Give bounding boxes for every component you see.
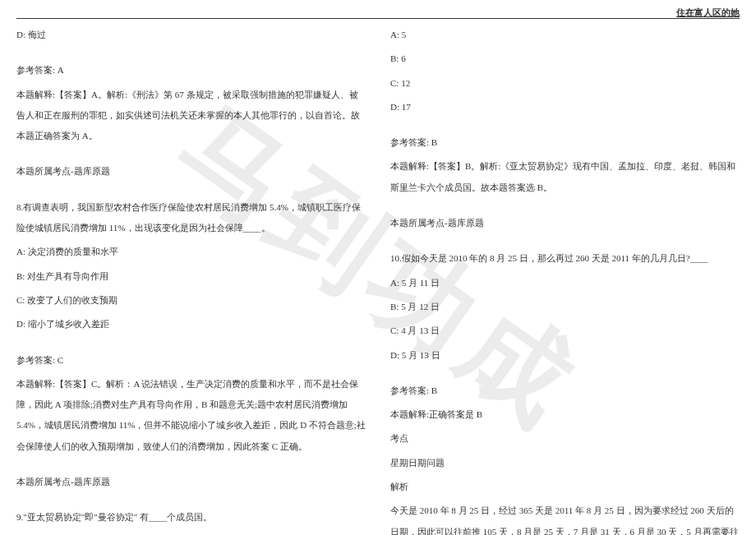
q10-explanation-line2: 考点	[390, 428, 740, 449]
q10-explanation-line5: 今天是 2010 年 8 月 25 日，经过 365 天是 2011 年 8 月…	[390, 500, 740, 535]
q9-explanation: 本题解释:【答案】B。解析:《亚太贸易协定》现有中国、孟加拉、印度、老挝、韩国和…	[390, 156, 740, 198]
q8-answer-label: 参考答案: C	[16, 350, 366, 371]
q8-option-b: B: 对生产具有导向作用	[16, 266, 366, 287]
q8-source: 本题所属考点-题库原题	[16, 472, 366, 492]
page-header-title: 住在富人区的她	[676, 7, 740, 19]
content-container: D: 侮过 参考答案: A 本题解释:【答案】A。解析:《刑法》第 67 条规定…	[16, 25, 740, 527]
q10-stem: 10.假如今天是 2010 年的 8 月 25 日，那么再过 260 天是 20…	[390, 248, 740, 269]
q8-stem: 8.有调查表明，我国新型农村合作医疗保险使农村居民消费增加 5.4%，城镇职工医…	[16, 197, 366, 239]
q10-option-d: D: 5 月 13 日	[390, 345, 740, 366]
q9-answer-label: 参考答案: B	[390, 132, 740, 153]
q7-option-d: D: 侮过	[16, 25, 366, 45]
q8-option-c: C: 改变了人们的收支预期	[16, 290, 366, 311]
q10-explanation-line3: 星期日期问题	[390, 453, 740, 473]
q9-option-d: D: 17	[390, 97, 740, 118]
header-divider	[16, 18, 740, 19]
q8-option-d: D: 缩小了城乡收入差距	[16, 314, 366, 334]
q8-option-a: A: 决定消费的质量和水平	[16, 242, 366, 262]
left-column: D: 侮过 参考答案: A 本题解释:【答案】A。解析:《刑法》第 67 条规定…	[16, 25, 366, 527]
q9-option-c: C: 12	[390, 73, 740, 94]
right-column: A: 5 B: 6 C: 12 D: 17 参考答案: B 本题解释:【答案】B…	[390, 25, 740, 527]
q7-source: 本题所属考点-题库原题	[16, 161, 366, 182]
q7-explanation: 本题解释:【答案】A。解析:《刑法》第 67 条规定，被采取强制措施的犯罪嫌疑人…	[16, 85, 366, 147]
q10-answer-label: 参考答案: B	[390, 380, 740, 401]
q9-option-a: A: 5	[390, 25, 740, 45]
q10-explanation-line1: 本题解释:正确答案是 B	[390, 404, 740, 425]
q9-stem: 9."亚太贸易协定"即"曼谷协定" 有____个成员国。	[16, 507, 366, 528]
q10-explanation-line4: 解析	[390, 477, 740, 497]
q9-option-b: B: 6	[390, 48, 740, 69]
q10-option-b: B: 5 月 12 日	[390, 297, 740, 317]
q8-explanation: 本题解释:【答案】C。解析：A 说法错误，生产决定消费的质量和水平，而不是社会保…	[16, 374, 366, 457]
q9-source: 本题所属考点-题库原题	[390, 213, 740, 233]
q10-option-a: A: 5 月 11 日	[390, 273, 740, 293]
q10-option-c: C: 4 月 13 日	[390, 321, 740, 341]
q7-answer-label: 参考答案: A	[16, 60, 366, 81]
